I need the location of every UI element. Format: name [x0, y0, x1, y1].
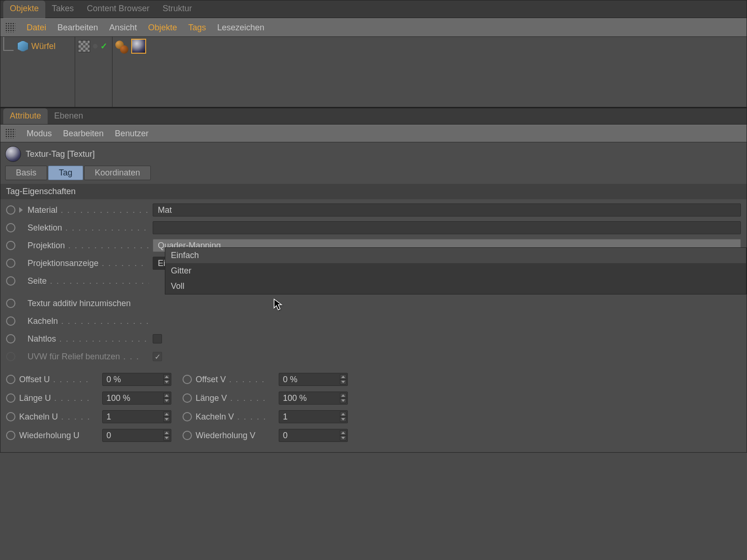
label-kacheln: Kacheln: [28, 316, 58, 326]
prop-nahtlos: Nahtlos . . . . . . . . . . . . . . . . …: [0, 330, 747, 348]
anim-toggle[interactable]: [183, 412, 192, 421]
render-dot-off[interactable]: [120, 45, 128, 54]
prop-material: Material . . . . . . . . . . . . . . . .…: [0, 201, 747, 219]
label-uvw: UVW für Relief benutzen: [28, 352, 120, 361]
panel-options-icon[interactable]: [5, 128, 15, 139]
tab-attribute[interactable]: Attribute: [3, 108, 48, 124]
label-laenge-v: Länge V: [196, 393, 227, 403]
prop-kacheln-u: Kacheln U . . . . . 1: [0, 407, 177, 426]
prop-kacheln-v: Kacheln V . . . . . 1: [177, 407, 353, 426]
dropdown-option-voll[interactable]: Voll: [165, 279, 746, 294]
label-offset-v: Offset V: [196, 375, 226, 384]
dropdown-option-gitter[interactable]: Gitter: [165, 263, 746, 279]
menu-lesezeichen[interactable]: Lesezeichen: [217, 23, 264, 33]
menu-objekte[interactable]: Objekte: [148, 23, 177, 33]
prop-laenge-u: Länge U . . . . . . 100 %: [0, 389, 177, 407]
anim-toggle[interactable]: [6, 259, 15, 268]
spinner-icon[interactable]: [340, 374, 346, 385]
anim-toggle: [6, 352, 15, 361]
anim-toggle[interactable]: [183, 393, 192, 403]
attribute-title: Textur-Tag [Textur]: [26, 149, 95, 159]
menu-modus[interactable]: Modus: [27, 129, 52, 139]
visibility-dot-editor[interactable]: [93, 44, 98, 49]
anim-toggle[interactable]: [6, 223, 15, 232]
prop-kacheln: Kacheln . . . . . . . . . . . . . . . . …: [0, 312, 747, 330]
label-kacheln-u: Kacheln U: [19, 412, 58, 421]
anim-toggle[interactable]: [6, 334, 15, 343]
menu-ansicht[interactable]: Ansicht: [109, 23, 137, 33]
checkbox-uvw: [153, 352, 162, 361]
label-projektion: Projektion: [28, 241, 65, 250]
section-title: Tag-Eigenschaften: [0, 184, 747, 199]
anim-toggle[interactable]: [6, 412, 15, 421]
prop-offset-u: Offset U . . . . . . 0 %: [0, 370, 177, 389]
panel-options-icon[interactable]: [5, 22, 15, 33]
spinner-icon[interactable]: [163, 412, 170, 422]
object-tree: Würfel ✓: [0, 37, 747, 107]
spinner-icon[interactable]: [163, 393, 170, 403]
field-laenge-v[interactable]: 100 %: [279, 392, 348, 405]
menu-benutzer[interactable]: Benutzer: [115, 129, 148, 139]
menu-tags[interactable]: Tags: [188, 23, 206, 33]
menu-bearbeiten-2[interactable]: Bearbeiten: [63, 129, 104, 139]
anim-toggle[interactable]: [6, 375, 15, 384]
attribute-manager-menubar: Modus Bearbeiten Benutzer: [0, 125, 747, 142]
anim-toggle[interactable]: [6, 316, 15, 326]
enable-checkmark-icon[interactable]: ✓: [100, 41, 107, 51]
anim-toggle[interactable]: [6, 276, 15, 286]
field-offset-v[interactable]: 0 %: [279, 373, 348, 386]
layer-swatch[interactable]: [78, 40, 90, 52]
anim-toggle[interactable]: [6, 393, 15, 403]
field-laenge-u[interactable]: 100 %: [102, 392, 171, 405]
anim-toggle[interactable]: [6, 205, 15, 215]
field-wdh-v[interactable]: 0: [279, 429, 348, 442]
prop-additiv: Textur additiv hinzumischen: [0, 294, 747, 312]
label-selektion: Selektion: [28, 223, 62, 232]
tab-objekte[interactable]: Objekte: [3, 0, 45, 18]
tab-content-browser[interactable]: Content Browser: [80, 0, 156, 18]
subtab-basis[interactable]: Basis: [5, 166, 47, 180]
prop-selektion: Selektion . . . . . . . . . . . . . . .: [0, 219, 747, 237]
spinner-icon[interactable]: [163, 430, 170, 441]
menu-bearbeiten[interactable]: Bearbeiten: [57, 23, 98, 33]
field-material[interactable]: Mat: [153, 203, 741, 217]
subtab-tag[interactable]: Tag: [48, 166, 83, 180]
prop-wdh-v: Wiederholung V 0: [177, 426, 353, 445]
disclosure-triangle-icon[interactable]: [19, 207, 23, 213]
field-offset-u[interactable]: 0 %: [102, 373, 171, 386]
object-name[interactable]: Würfel: [31, 42, 56, 51]
label-seite: Seite: [28, 276, 47, 286]
field-selektion[interactable]: [153, 221, 741, 234]
field-kacheln-v[interactable]: 1: [279, 410, 348, 423]
label-laenge-u: Länge U: [19, 393, 51, 403]
field-kacheln-u[interactable]: 1: [102, 410, 171, 423]
tab-ebenen[interactable]: Ebenen: [48, 108, 90, 124]
menu-datei[interactable]: Datei: [27, 23, 46, 33]
prop-offset-v: Offset V . . . . . . 0 %: [177, 370, 353, 389]
field-wdh-u[interactable]: 0: [102, 429, 171, 442]
anim-toggle[interactable]: [183, 375, 192, 384]
object-row-wuerfel[interactable]: Würfel: [0, 37, 75, 56]
anim-toggle[interactable]: [6, 241, 15, 250]
label-projektionsanzeige: Projektionsanzeige: [28, 259, 99, 268]
label-wdh-v: Wiederholung V: [196, 431, 255, 440]
subtab-koordinaten[interactable]: Koordinaten: [84, 166, 151, 180]
tab-takes[interactable]: Takes: [45, 0, 80, 18]
anim-toggle[interactable]: [6, 431, 15, 440]
texture-tag-thumbnail[interactable]: [131, 39, 146, 54]
checkbox-nahtlos[interactable]: [153, 334, 162, 343]
spinner-icon[interactable]: [340, 393, 346, 403]
tree-connector-icon: [3, 37, 14, 51]
dropdown-menu-projektionsanzeige: Einfach Gitter Voll: [165, 247, 747, 294]
anim-toggle[interactable]: [6, 299, 15, 308]
spinner-icon[interactable]: [340, 412, 346, 422]
tab-struktur[interactable]: Struktur: [156, 0, 198, 18]
label-nahtlos: Nahtlos: [28, 334, 56, 343]
spinner-icon[interactable]: [163, 374, 170, 385]
anim-toggle[interactable]: [183, 431, 192, 440]
attribute-manager-tabs: Attribute Ebenen: [0, 108, 747, 125]
texture-tag-icon: [5, 146, 21, 162]
cube-icon: [17, 41, 28, 52]
spinner-icon[interactable]: [340, 430, 346, 441]
dropdown-option-einfach[interactable]: Einfach: [165, 248, 746, 263]
